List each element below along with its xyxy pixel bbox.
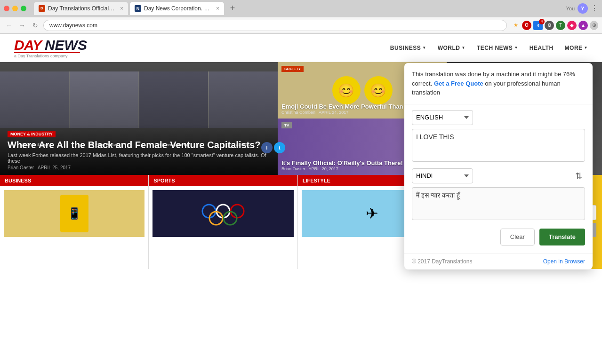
target-language-select[interactable]: HINDI SPANISH FRENCH GERMAN [412,168,473,183]
tv-author: Brian Oaster [281,166,305,171]
translation-popup: This translation was done by a machine a… [404,63,593,269]
tab-bar: D Day Translations Official Blog × N Day… [0,0,602,17]
website-content: DAY NEWS a Day Translations company BUSI… [0,34,602,364]
minimize-traffic-light[interactable] [12,6,18,11]
refresh-button[interactable]: ↻ [30,20,40,31]
hero-date: APRIL 25, 2017 [38,165,71,170]
nav-tech-label: TECH NEWS [477,45,513,51]
source-text-input[interactable]: I LOVE THIS [412,129,585,162]
business-header: BUSINESS [0,175,148,186]
sports-image [153,190,293,237]
facebook-share[interactable]: f [261,142,273,153]
nav-more[interactable]: MORE ▼ [565,45,588,51]
lifestyle-img-placeholder: ✈ [366,205,378,222]
hero-excerpt: Last week Forbes released the 2017 Midas… [8,152,270,164]
user-label: You [566,6,575,11]
address-bar[interactable]: www.daynews.com [43,20,507,31]
swap-icon: ⇅ [575,171,582,181]
tv-date: APRIL 20, 2017 [309,166,338,171]
logo-sub: a Day Translations company [14,54,87,58]
ext-icon-5[interactable]: ▲ [578,21,588,30]
nav-health[interactable]: HEALTH [530,45,554,51]
sports-content [149,186,297,241]
user-avatar[interactable]: Y [578,3,588,14]
business-img-placeholder: 📱 [60,195,88,232]
ext-icon-3[interactable]: T [556,21,565,30]
star-icon[interactable]: ★ [512,21,520,30]
tab-favicon-1: D [39,5,45,12]
target-lang-row: HINDI SPANISH FRENCH GERMAN ⇅ [412,168,585,183]
free-quote-link[interactable]: Get a Free Quote [434,80,483,87]
hero-meta: Brian Oaster APRIL 25, 2017 [8,165,270,170]
olympics-svg [200,199,247,228]
logo-news: NEWS [45,37,87,53]
emoji-icons: 😊 😊 [332,76,393,104]
sports-section: SPORTS [149,175,297,269]
source-area: ENGLISH SPANISH FRENCH GERMAN I LOVE THI… [412,110,585,164]
ext-badge[interactable]: ⊕ [590,21,598,30]
emoji-date: APRIL 24, 2017 [319,110,348,115]
address-text: www.daynews.com [49,22,97,29]
twitter-share[interactable]: t [274,142,285,153]
browser-chrome: D Day Translations Official Blog × N Day… [0,0,602,34]
tv-category-tag: TV [281,122,292,128]
nav-more-arrow: ▼ [584,46,588,50]
back-button[interactable]: ← [4,20,14,31]
ext-icon-1[interactable]: 4 4 [533,21,543,30]
ext-icon-2[interactable]: ⚙ [545,21,554,30]
close-traffic-light[interactable] [4,6,9,11]
business-content: 📱 [0,186,148,241]
sports-header: SPORTS [149,175,297,186]
svg-point-2 [231,205,244,218]
business-image: 📱 [4,190,144,237]
translated-text-output[interactable]: मैं इस प्यार करता हूँ [412,187,585,220]
svg-point-0 [202,205,216,218]
tab-day-news[interactable]: N Day News Corporation. World × [130,2,224,15]
emoji2: 😊 [364,76,393,104]
target-area: HINDI SPANISH FRENCH GERMAN ⇅ मैं इस प्य… [412,168,585,222]
logo-day: DAY [14,37,45,53]
open-in-browser-link[interactable]: Open in Browser [543,258,585,265]
clear-button[interactable]: Clear [500,229,535,245]
tab-close-2[interactable]: × [216,5,219,12]
browser-icons: ★ O 4 4 ⚙ T ◆ ▲ ⊕ [512,21,598,30]
site-nav: BUSINESS ▼ WORLD ▼ TECH NEWS ▼ HEALTH MO… [390,45,588,51]
svg-point-3 [209,212,223,225]
nav-more-label: MORE [565,45,583,51]
translate-button[interactable]: Translate [539,229,585,245]
nav-business-arrow: ▼ [422,46,426,50]
hero-text: MONEY & INDUSTRY Where Are All the Black… [0,124,278,175]
forward-button[interactable]: → [17,20,27,31]
swap-languages-button[interactable]: ⇅ [572,169,585,182]
new-tab-button[interactable]: + [226,2,239,15]
menu-icon[interactable]: ⋮ [591,4,598,13]
emoji1: 😊 [332,76,361,104]
nav-world[interactable]: WORLD ▼ [438,45,466,51]
tab-close-1[interactable]: × [120,5,123,12]
hero-title[interactable]: Where Are All the Black and Female Ventu… [8,139,270,150]
emoji-category-tag: SOCIETY [281,66,304,72]
nav-bar: ← → ↻ www.daynews.com ★ O 4 4 ⚙ T ◆ ▲ ⊕ [0,17,602,34]
svg-point-1 [217,205,230,218]
nav-tech[interactable]: TECH NEWS ▼ [477,45,518,51]
svg-point-4 [224,212,237,225]
logo-underline [14,52,80,53]
nav-business-label: BUSINESS [390,45,421,51]
emoji-author: Christina Comben [281,110,315,115]
ext-icon-4[interactable]: ◆ [567,21,577,30]
tab-day-translations[interactable]: D Day Translations Official Blog × [34,2,128,15]
tab-title-1: Day Translations Official Blog [48,5,115,12]
nav-world-arrow: ▼ [461,46,465,50]
nav-business[interactable]: BUSINESS ▼ [390,45,426,51]
popup-actions: Clear Translate [412,227,585,247]
copyright-text: © 2017 DayTranslations [412,258,472,265]
popup-footer: © 2017 DayTranslations Open in Browser [404,253,593,269]
opera-icon[interactable]: O [522,21,531,30]
nav-health-label: HEALTH [530,45,554,51]
source-language-select[interactable]: ENGLISH SPANISH FRENCH GERMAN [412,110,473,125]
people-images: #2 Chris Sacca #3 Peter Fenton #4 Steve … [0,62,278,175]
popup-body: ENGLISH SPANISH FRENCH GERMAN I LOVE THI… [404,104,593,253]
hero-tag: MONEY & INDUSTRY [8,131,56,137]
nav-tech-arrow: ▼ [514,46,518,50]
maximize-traffic-light[interactable] [21,6,26,11]
